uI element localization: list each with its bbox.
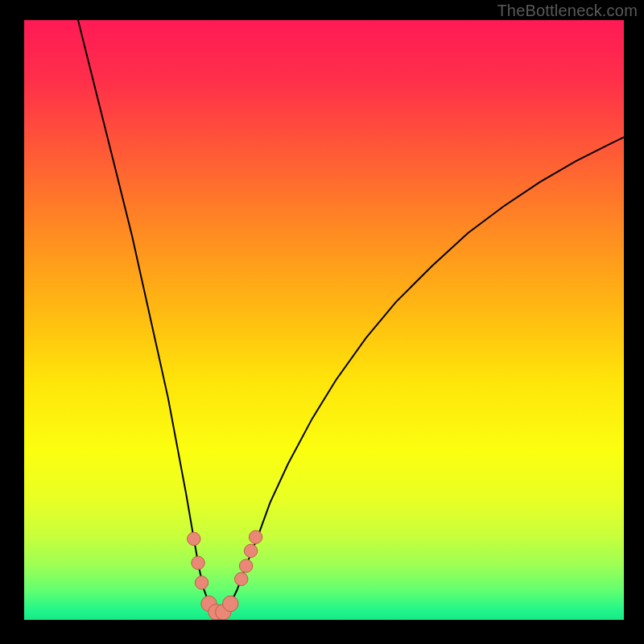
- curve-marker: [188, 532, 200, 545]
- curve-marker: [223, 596, 238, 611]
- curve-marker: [249, 530, 262, 543]
- curve-marker: [244, 544, 257, 557]
- gradient-background: [24, 20, 624, 620]
- watermark-text: TheBottleneck.com: [497, 2, 638, 20]
- curve-marker: [195, 576, 208, 589]
- curve-marker: [235, 572, 248, 585]
- plot-area: [24, 20, 624, 620]
- bottleneck-chart: [24, 20, 624, 620]
- chart-frame: TheBottleneck.com: [0, 0, 644, 644]
- curve-marker: [192, 556, 204, 569]
- curve-marker: [239, 559, 252, 572]
